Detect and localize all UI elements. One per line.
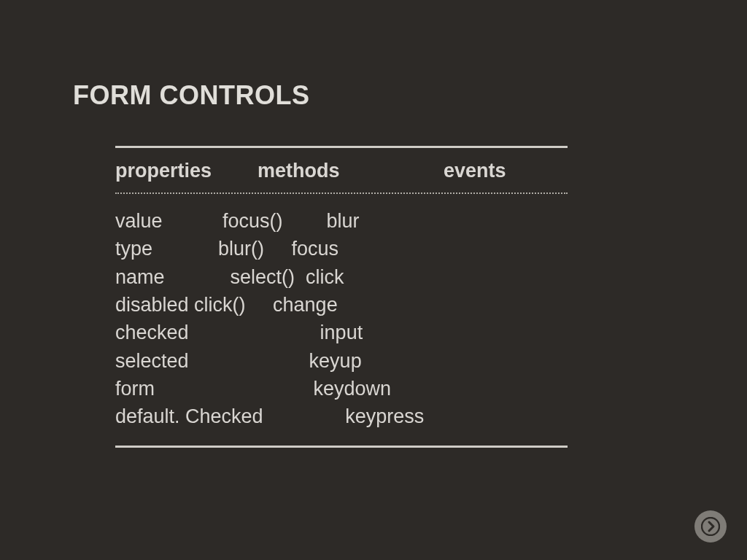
arrow-right-icon [701,517,720,536]
divider-bottom [115,446,568,448]
table-row: form keydown [115,375,568,402]
slide: FORM CONTROLS properties methods events … [0,0,747,560]
table-row: value focus() blur [115,207,568,235]
header-properties: properties [115,160,258,182]
table-row: disabled click() change [115,291,568,319]
table-row: default. Checked keypress [115,402,568,430]
table-row: checked input [115,319,568,346]
table-row: type blur() focus [115,235,568,262]
header-events: events [444,160,506,182]
svg-point-0 [702,518,719,535]
table-body: value focus() blur type blur() focus nam… [115,194,568,446]
slide-title: FORM CONTROLS [73,80,747,111]
next-button[interactable] [694,510,727,542]
header-methods: methods [258,160,444,182]
table-row: selected keyup [115,347,568,375]
content-block: properties methods events value focus() … [115,146,568,448]
table-row: name select() click [115,263,568,291]
table-header-row: properties methods events [115,148,568,192]
